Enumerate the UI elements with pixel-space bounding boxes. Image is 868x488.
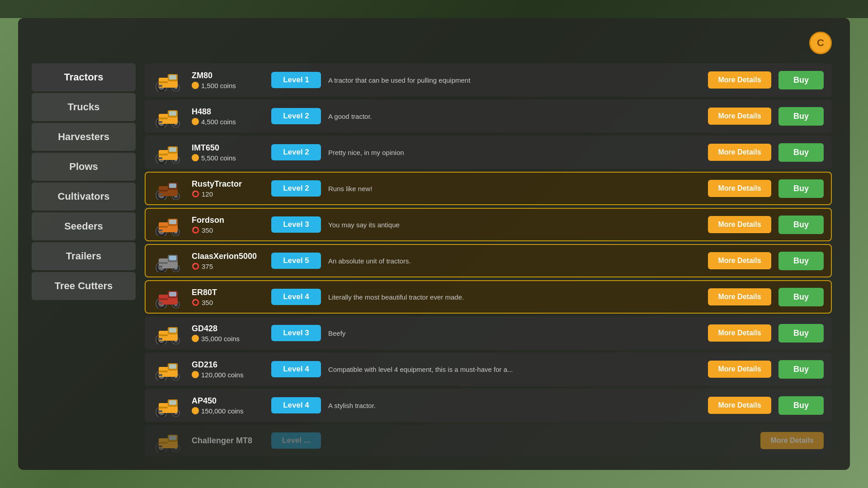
level-badge: Level 3 [271,325,321,341]
vehicle-price: 150,000 coins [192,407,264,415]
buy-button[interactable]: Buy [778,324,824,343]
buy-button[interactable]: Buy [778,396,824,415]
buy-button[interactable]: Buy [778,360,824,379]
table-row: ER80T ⭕350 Level 4 Literally the most be… [145,280,832,314]
buy-button[interactable]: Buy [778,107,824,126]
buy-button[interactable]: Buy [778,71,824,89]
buy-button[interactable]: Buy [778,288,824,306]
vehicle-info: GD216 120,000 coins [192,360,264,379]
vehicle-icon [153,249,184,273]
coin-icon-small [192,154,199,161]
level-badge: Level 1 [271,72,321,88]
svg-rect-70 [159,334,168,336]
token-icon: ⭕ [192,190,199,197]
level-badge: Level ... [271,432,321,449]
sidebar-item-tree-cutters[interactable]: Tree Cutters [32,272,136,300]
more-details-button[interactable]: More Details [708,361,771,378]
vehicle-name: AP450 [192,396,264,406]
more-details-button[interactable]: More Details [708,216,771,233]
coin-icon-small [192,118,199,125]
svg-rect-35 [158,193,162,195]
more-details-button[interactable]: More Details [708,71,771,89]
vehicle-info: Fordson ⭕350 [192,216,264,234]
buy-button[interactable]: Buy [778,179,824,198]
vehicle-price: ⭕375 [192,263,264,270]
vehicle-price: ⭕120 [192,190,264,198]
sidebar-item-cultivators[interactable]: Cultivators [32,183,136,211]
svg-rect-8 [158,85,162,87]
items-panel: ZM80 1,500 coins Level 1 A tractor that … [145,63,836,456]
price-text: 150,000 coins [201,407,243,415]
vehicle-info: GD428 35,000 coins [192,324,264,343]
level-badge: Level 2 [271,180,321,197]
more-details-button[interactable]: More Details [708,324,771,342]
vehicle-price: 35,000 coins [192,335,264,343]
table-row: Fordson ⭕350 Level 3 You may say its ant… [145,208,832,241]
svg-rect-44 [158,230,162,231]
more-details-button[interactable]: More Details [708,288,771,305]
level-badge: Level 2 [271,108,321,124]
table-row: ClaasXerion5000 ⭕375 Level 5 An absolute… [145,244,832,277]
sidebar-item-trucks[interactable]: Trucks [32,93,136,121]
sidebar-item-seeders[interactable]: Seeders [32,212,136,240]
coin-icon-small [192,335,199,342]
sidebar-item-plows[interactable]: Plows [32,153,136,181]
level-badge: Level 4 [271,397,321,413]
level-badge: Level 4 [271,289,321,305]
more-details-button[interactable]: More Details [708,180,771,197]
table-row: GD216 120,000 coins Level 4 Compatible w… [145,352,832,386]
svg-rect-69 [169,328,176,333]
vehicle-info: Challenger MT8 [192,436,264,446]
buy-button[interactable]: Buy [778,216,824,234]
svg-rect-26 [158,157,162,159]
vehicle-price: 1,500 coins [192,82,264,89]
svg-rect-53 [158,266,162,267]
vehicle-desc: Compatible with level 4 equipment, this … [328,365,701,374]
vehicle-info: IMT650 5,500 coins [192,143,264,162]
vehicle-desc: Beefy [328,328,701,338]
vehicle-info: AP450 150,000 coins [192,396,264,415]
vehicle-desc: A tractor that can be used for pulling e… [328,75,701,85]
svg-rect-87 [169,400,176,405]
vehicle-icon [153,140,184,165]
vehicle-icon [153,393,184,418]
more-details-button[interactable]: More Details [708,108,771,125]
vehicle-price: 4,500 coins [192,118,264,126]
vehicle-name: Fordson [192,216,264,225]
more-details-button[interactable]: More Details [708,144,771,161]
vehicle-price: 120,000 coins [192,371,264,379]
vehicle-icon [153,212,184,237]
vehicle-icon [153,357,184,382]
more-details-button[interactable]: More Details [708,252,771,269]
price-text: 1,500 coins [201,82,236,89]
buy-button[interactable]: Buy [778,143,824,162]
token-icon: ⭕ [192,263,199,270]
buy-button[interactable]: Buy [778,252,824,270]
sidebar-item-trailers[interactable]: Trailers [32,242,136,270]
sidebar: TractorsTrucksHarvestersPlowsCultivators… [32,63,136,456]
vehicle-info: ZM80 1,500 coins [192,71,264,89]
svg-rect-43 [159,226,168,228]
price-text: 350 [202,226,213,234]
coin-icon-small [192,407,199,414]
vehicle-name: IMT650 [192,143,264,153]
vehicle-desc: Pretty nice, in my opinion [328,148,701,157]
more-details-button[interactable]: More Details [760,432,824,449]
vehicle-name: ClaasXerion5000 [192,252,264,261]
top-bar [0,0,868,18]
main-panel: C TractorsTrucksHarvestersPlowsCultivato… [18,18,850,470]
vehicle-desc: Literally the most beautiful tractor eve… [328,292,701,302]
svg-rect-96 [169,436,176,440]
svg-rect-24 [169,147,176,152]
content-area: TractorsTrucksHarvestersPlowsCultivators… [32,63,836,456]
sidebar-item-tractors[interactable]: Tractors [32,63,136,91]
sidebar-item-harvesters[interactable]: Harvesters [32,123,136,151]
coin-icon: C [809,32,832,54]
table-row: GD428 35,000 coins Level 3 Beefy More De… [145,316,832,350]
vehicle-desc: Runs like new! [328,184,701,193]
svg-rect-51 [169,256,176,260]
more-details-button[interactable]: More Details [708,397,771,414]
vehicle-info: RustyTractor ⭕120 [192,179,264,198]
vehicle-name: Challenger MT8 [192,436,264,446]
table-row: H488 4,500 coins Level 2 A good tractor.… [145,99,832,133]
